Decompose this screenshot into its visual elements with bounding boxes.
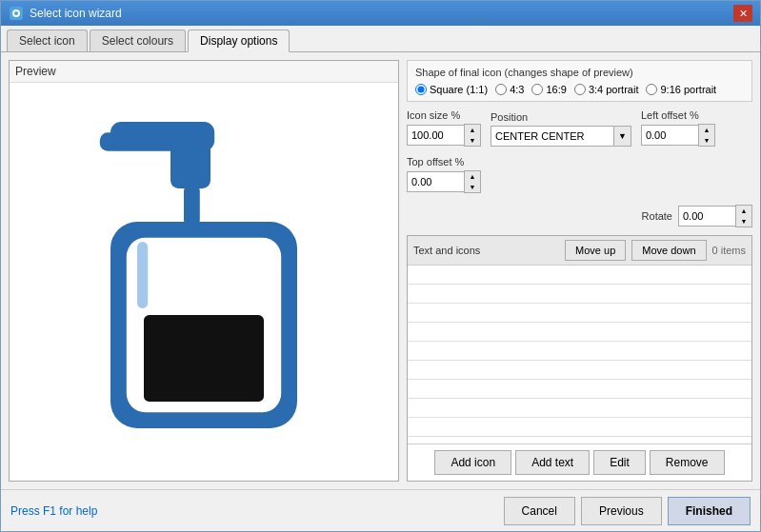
top-offset-input[interactable] (407, 171, 464, 192)
right-panel: Shape of final icon (changes shape of pr… (407, 60, 752, 482)
remove-button[interactable]: Remove (650, 450, 725, 475)
preview-panel: Preview (9, 60, 399, 482)
window-icon (9, 6, 24, 21)
move-down-button[interactable]: Move down (631, 240, 706, 261)
left-offset-spinner-buttons: ▲ ▼ (698, 124, 715, 147)
rotate-spinner: ▲ ▼ (678, 205, 752, 227)
rotate-row: Rotate ▲ ▼ (407, 205, 752, 227)
radio-square[interactable]: Square (1:1) (415, 84, 488, 95)
preview-label: Preview (10, 61, 398, 83)
top-offset-down[interactable]: ▼ (465, 182, 480, 192)
rotate-down[interactable]: ▼ (736, 216, 751, 227)
svg-rect-6 (184, 186, 200, 226)
add-text-button[interactable]: Add text (515, 450, 590, 475)
svg-rect-4 (110, 122, 214, 151)
footer-buttons: Cancel Previous Finished (504, 497, 751, 525)
tab-select-icon[interactable]: Select icon (7, 30, 88, 51)
footer: Press F1 for help Cancel Previous Finish… (1, 489, 760, 531)
tab-display-options[interactable]: Display options (188, 30, 290, 52)
rotate-spinner-buttons: ▲ ▼ (735, 205, 752, 227)
list-section: Text and icons Move up Move down 0 items… (407, 235, 752, 482)
svg-point-2 (14, 11, 18, 15)
svg-rect-10 (137, 242, 148, 308)
left-offset-group: Left offset % ▲ ▼ (641, 109, 715, 147)
preview-area (10, 83, 398, 481)
list-title: Text and icons (413, 245, 559, 256)
radio-3-4[interactable]: 3:4 portrait (574, 84, 639, 95)
icon-size-spinner-buttons: ▲ ▼ (464, 124, 481, 147)
icon-size-up[interactable]: ▲ (465, 125, 480, 135)
icon-size-group: Icon size % ▲ ▼ (407, 109, 481, 147)
position-select-wrap: ▼ (491, 126, 631, 147)
rotate-input[interactable] (678, 206, 735, 227)
left-offset-up[interactable]: ▲ (699, 125, 714, 135)
window-title: Select icon wizard (30, 7, 122, 20)
svg-rect-9 (144, 315, 264, 402)
cancel-button[interactable]: Cancel (504, 497, 575, 525)
position-dropdown[interactable]: ▼ (614, 126, 631, 147)
radio-16-9[interactable]: 16:9 (531, 84, 566, 95)
tab-select-colours[interactable]: Select colours (90, 30, 186, 51)
help-link[interactable]: Press F1 for help (10, 504, 97, 518)
svg-rect-5 (100, 132, 127, 151)
rotate-label: Rotate (642, 210, 672, 222)
list-area (408, 266, 751, 443)
top-offset-spinner-buttons: ▲ ▼ (464, 170, 481, 193)
shape-title: Shape of final icon (changes shape of pr… (415, 67, 744, 78)
wizard-window: Select icon wizard ✕ Select icon Select … (0, 0, 761, 532)
close-button[interactable]: ✕ (733, 5, 752, 22)
preview-icon (70, 101, 337, 463)
list-count: 0 items (712, 245, 746, 256)
left-offset-spinner: ▲ ▼ (641, 124, 715, 147)
shape-radio-group: Square (1:1) 4:3 16:9 3:4 portrait (415, 84, 744, 95)
tab-bar: Select icon Select colours Display optio… (1, 26, 760, 52)
top-offset-group: Top offset % ▲ ▼ (407, 156, 481, 193)
position-label: Position (491, 111, 631, 123)
icon-size-down[interactable]: ▼ (465, 135, 480, 146)
add-icon-button[interactable]: Add icon (434, 450, 511, 475)
top-offset-spinner: ▲ ▼ (407, 170, 481, 193)
icon-size-label: Icon size % (407, 109, 481, 121)
finished-button[interactable]: Finished (668, 497, 751, 525)
main-content: Preview (1, 52, 760, 489)
shape-section: Shape of final icon (changes shape of pr… (407, 60, 752, 102)
icon-size-input[interactable] (407, 125, 464, 146)
edit-button[interactable]: Edit (593, 450, 646, 475)
left-offset-down[interactable]: ▼ (699, 135, 714, 146)
radio-4-3[interactable]: 4:3 (495, 84, 524, 95)
top-offset-label: Top offset % (407, 156, 481, 167)
move-up-button[interactable]: Move up (565, 240, 626, 261)
position-input[interactable] (491, 126, 614, 147)
rotate-up[interactable]: ▲ (736, 206, 751, 216)
radio-9-16[interactable]: 9:16 portrait (646, 84, 716, 95)
title-bar: Select icon wizard ✕ (1, 1, 760, 26)
list-actions: Add icon Add text Edit Remove (408, 443, 751, 481)
position-group: Position ▼ (491, 111, 631, 147)
params-section: Icon size % ▲ ▼ Position ▼ (407, 109, 752, 193)
list-header: Text and icons Move up Move down 0 items (408, 236, 751, 266)
top-offset-up[interactable]: ▲ (465, 171, 480, 182)
previous-button[interactable]: Previous (581, 497, 662, 525)
left-offset-label: Left offset % (641, 109, 715, 121)
left-offset-input[interactable] (641, 125, 698, 146)
icon-size-spinner: ▲ ▼ (407, 124, 481, 147)
title-bar-left: Select icon wizard (9, 6, 122, 21)
